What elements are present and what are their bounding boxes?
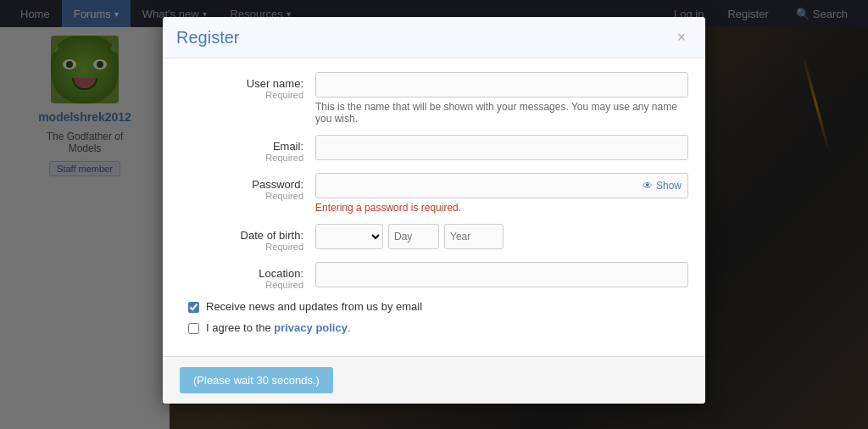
dob-day-input[interactable] xyxy=(388,224,439,249)
username-input[interactable] xyxy=(315,72,688,98)
submit-button[interactable]: (Please wait 30 seconds.) xyxy=(180,367,333,393)
password-input[interactable] xyxy=(315,173,688,198)
register-modal: Register × User name: Required This is t… xyxy=(163,17,705,404)
username-field: This is the name that will be shown with… xyxy=(315,72,688,125)
password-error: Entering a password is required. xyxy=(315,202,688,214)
location-field xyxy=(315,262,688,287)
show-password-label: Show xyxy=(656,180,682,192)
news-checkbox[interactable] xyxy=(188,302,199,313)
dob-month-select[interactable]: JanFebMar AprMayJun JulAugSep OctNovDec xyxy=(315,224,383,249)
modal-header: Register × xyxy=(163,17,705,58)
email-row: Email: Required xyxy=(180,135,688,163)
password-field: 👁 Show Entering a password is required. xyxy=(315,173,688,214)
password-label: Password: Required xyxy=(180,173,315,201)
news-checkbox-label: Receive news and updates from us by emai… xyxy=(206,300,422,313)
dob-row: Date of birth: Required JanFebMar AprMay… xyxy=(180,224,688,252)
dob-label: Date of birth: Required xyxy=(180,224,315,252)
policy-label-after: . xyxy=(348,321,351,334)
modal-body: User name: Required This is the name tha… xyxy=(163,58,705,356)
username-hint: This is the name that will be shown with… xyxy=(315,101,688,125)
email-label: Email: Required xyxy=(180,135,315,163)
username-label: User name: Required xyxy=(180,72,315,100)
dob-inputs: JanFebMar AprMayJun JulAugSep OctNovDec xyxy=(315,224,688,249)
show-password-button[interactable]: 👁 Show xyxy=(643,180,682,192)
email-input[interactable] xyxy=(315,135,688,160)
location-label: Location: Required xyxy=(180,262,315,290)
close-button[interactable]: × xyxy=(671,27,692,47)
username-row: User name: Required This is the name tha… xyxy=(180,72,688,125)
password-wrapper: 👁 Show xyxy=(315,173,688,198)
policy-checkbox-row: I agree to the privacy policy. xyxy=(180,321,688,334)
location-input[interactable] xyxy=(315,262,688,287)
privacy-policy-link[interactable]: privacy policy xyxy=(274,321,348,334)
location-row: Location: Required xyxy=(180,262,688,290)
policy-checkbox-label: I agree to the privacy policy. xyxy=(206,321,351,334)
policy-checkbox[interactable] xyxy=(188,323,199,334)
modal-overlay: Register × User name: Required This is t… xyxy=(0,0,868,429)
policy-label-before: I agree to the xyxy=(206,321,274,334)
news-checkbox-row: Receive news and updates from us by emai… xyxy=(180,300,688,313)
submit-button-label: (Please wait 30 seconds.) xyxy=(193,374,320,387)
password-row: Password: Required 👁 Show Entering a pas… xyxy=(180,173,688,214)
modal-title: Register xyxy=(176,28,239,47)
eye-icon: 👁 xyxy=(643,180,653,192)
modal-footer: (Please wait 30 seconds.) xyxy=(163,356,705,404)
dob-year-input[interactable] xyxy=(444,224,504,249)
email-field xyxy=(315,135,688,160)
dob-field: JanFebMar AprMayJun JulAugSep OctNovDec xyxy=(315,224,688,249)
